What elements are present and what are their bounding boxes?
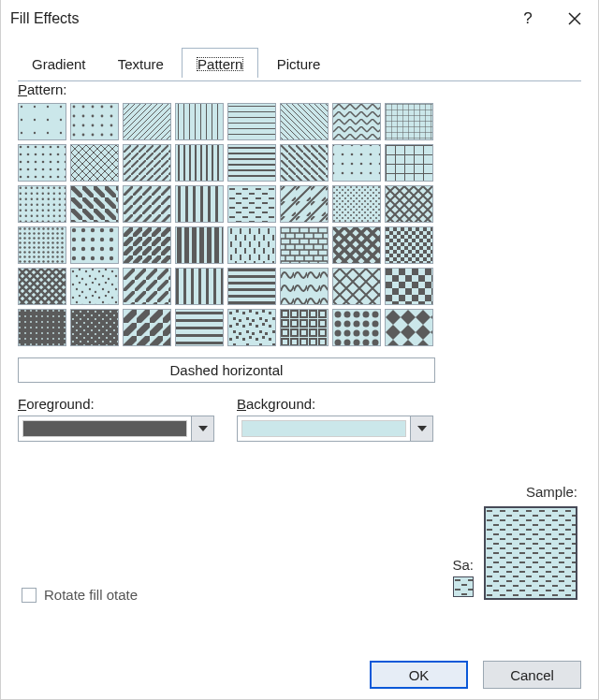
tab-texture[interactable]: Texture — [104, 50, 178, 78]
pattern-swatch-checker-sm[interactable] — [385, 226, 433, 264]
dialog-footer: OK Cancel — [1, 650, 598, 699]
pattern-swatch-dots-40[interactable] — [18, 226, 66, 264]
ok-button[interactable]: OK — [370, 661, 468, 689]
svg-rect-57 — [333, 104, 380, 139]
pattern-swatch-diag-brick[interactable] — [280, 185, 329, 223]
rotate-fill-checkbox[interactable] — [22, 588, 37, 603]
pattern-swatch-diag-soft[interactable] — [123, 309, 171, 346]
pattern-swatch-dots-20[interactable] — [18, 144, 66, 182]
pattern-swatch-h-bars[interactable] — [175, 309, 224, 346]
svg-rect-103 — [281, 227, 328, 263]
pattern-swatch-stripes-v-bold[interactable] — [175, 226, 224, 264]
pattern-swatch-diag-lt-thick[interactable] — [123, 185, 171, 223]
svg-rect-45 — [19, 104, 66, 139]
svg-rect-117 — [228, 269, 275, 304]
pattern-swatch-diag-cross-bold[interactable] — [332, 226, 381, 264]
pattern-swatch-diag-lt-lt[interactable] — [123, 103, 171, 140]
svg-rect-47 — [71, 104, 118, 139]
dialog-title: Fill Effects — [10, 10, 80, 27]
pattern-swatch-dots-5[interactable] — [18, 103, 66, 140]
pattern-swatch-dots-30[interactable] — [18, 185, 66, 223]
pattern-swatch-stripes-v-thick[interactable] — [175, 185, 224, 223]
pattern-swatch-boxes[interactable] — [280, 309, 329, 346]
tab-pattern[interactable]: Pattern — [182, 48, 258, 78]
pattern-swatch-grid-md[interactable] — [385, 144, 433, 182]
pattern-swatch-stripes-h-alt[interactable] — [227, 268, 276, 305]
foreground-label: Foreground: — [18, 396, 214, 412]
close-button[interactable] — [551, 0, 598, 37]
pattern-swatch-stripes-h-md[interactable] — [227, 144, 276, 182]
svg-rect-111 — [71, 269, 118, 304]
svg-rect-69 — [228, 145, 275, 181]
sample-preview-small — [453, 576, 474, 597]
fill-effects-dialog: Fill Effects ? Gradient Texture Pattern … — [0, 0, 599, 700]
foreground-combo[interactable] — [18, 416, 214, 442]
pattern-swatch-checker-md[interactable] — [385, 268, 433, 305]
close-icon — [568, 12, 581, 25]
background-swatch — [241, 420, 406, 437]
pattern-swatch-stripes-v-lt[interactable] — [175, 103, 224, 140]
pattern-swatch-diag-lt-alt[interactable] — [123, 268, 171, 305]
chevron-down-icon — [191, 416, 213, 441]
pattern-swatch-diag-cross[interactable] — [385, 185, 433, 223]
pattern-swatch-dark-1[interactable] — [18, 309, 66, 346]
svg-rect-129 — [124, 310, 170, 345]
chevron-down-icon — [410, 416, 432, 441]
pattern-swatch-diag-lt-bold[interactable] — [123, 226, 171, 264]
pattern-swatch-stripes-h-lt[interactable] — [227, 103, 276, 140]
pattern-swatch-brick[interactable] — [280, 226, 329, 264]
pattern-swatch-dots-10[interactable] — [70, 103, 119, 140]
pattern-swatch-tumble[interactable] — [280, 268, 329, 305]
svg-rect-85 — [228, 186, 275, 222]
pattern-swatch-balls[interactable] — [332, 309, 381, 346]
pattern-swatch-diag-rt-thick[interactable] — [70, 185, 119, 223]
svg-rect-141 — [486, 508, 576, 598]
help-button[interactable]: ? — [504, 0, 551, 37]
svg-rect-73 — [333, 145, 380, 181]
pattern-swatch-diag-rt-lt[interactable] — [280, 103, 329, 140]
svg-rect-109 — [19, 269, 66, 304]
svg-rect-53 — [228, 104, 275, 139]
pattern-swatch-confetti[interactable] — [227, 309, 276, 346]
pattern-swatch-cross-hatch-lt[interactable] — [70, 144, 119, 182]
svg-rect-93 — [19, 227, 66, 263]
rotate-fill-row: Rotate fill otate — [22, 587, 138, 603]
svg-rect-63 — [71, 145, 118, 181]
sample-label: Sample: — [526, 484, 577, 500]
svg-rect-59 — [386, 104, 432, 139]
svg-rect-139 — [386, 310, 432, 345]
pattern-swatch-dark-2[interactable] — [70, 309, 119, 346]
pattern-swatch-dashed-v[interactable] — [227, 226, 276, 264]
tab-picture[interactable]: Picture — [263, 50, 335, 78]
svg-rect-135 — [281, 310, 328, 345]
pattern-grid — [18, 103, 581, 346]
pattern-swatch-grid-dots[interactable] — [332, 144, 381, 182]
pattern-swatch-stripes-v-alt[interactable] — [175, 268, 224, 305]
svg-rect-125 — [19, 310, 66, 345]
pattern-swatch-diag-rt-md[interactable] — [280, 144, 329, 182]
pattern-swatch-diamond-solid[interactable] — [385, 309, 433, 346]
svg-rect-113 — [124, 269, 170, 304]
pattern-label: Pattern: — [18, 81, 581, 97]
svg-rect-123 — [386, 269, 432, 304]
pattern-swatch-diamond-outline[interactable] — [332, 268, 381, 305]
pattern-swatch-chevron[interactable] — [332, 103, 381, 140]
dialog-body: Pattern: Dashed horizontal Foreground: B… — [18, 81, 581, 650]
pattern-swatch-dots-scatter[interactable] — [70, 268, 119, 305]
pattern-swatch-dots-tight[interactable] — [332, 185, 381, 223]
svg-rect-75 — [386, 145, 432, 181]
tab-gradient[interactable]: Gradient — [18, 50, 100, 78]
pattern-swatch-cross-hatch-bold[interactable] — [18, 268, 66, 305]
pattern-swatch-dots-lg[interactable] — [70, 226, 119, 264]
svg-rect-49 — [124, 104, 170, 139]
pattern-swatch-diag-lt-md[interactable] — [123, 144, 171, 182]
cancel-button[interactable]: Cancel — [483, 661, 581, 689]
svg-rect-101 — [228, 227, 275, 263]
pattern-swatch-grid-fine[interactable] — [385, 103, 433, 140]
pattern-swatch-dashed-h[interactable] — [227, 185, 276, 223]
sample-mini-label: Sa: — [452, 557, 474, 573]
svg-rect-137 — [333, 310, 380, 345]
background-combo[interactable] — [237, 416, 433, 442]
pattern-swatch-stripes-v-md[interactable] — [175, 144, 224, 182]
svg-rect-81 — [124, 186, 170, 222]
